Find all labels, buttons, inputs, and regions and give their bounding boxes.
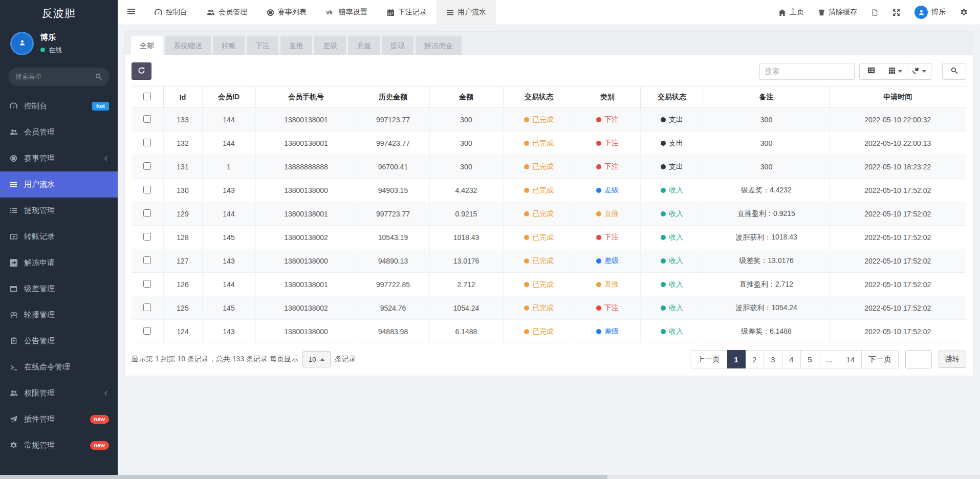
row-checkbox[interactable] — [143, 303, 151, 311]
sidebar-item-general[interactable]: 常规管理 new — [0, 432, 118, 459]
export-button[interactable] — [907, 63, 931, 80]
status-dot-icon — [661, 164, 666, 169]
cell-id: 133 — [163, 108, 202, 132]
status-dot-icon — [596, 141, 601, 146]
sidebar-item-withdraw[interactable]: 提现管理 — [0, 198, 118, 224]
sidebar-item-carousel[interactable]: 轮播管理 — [0, 302, 118, 328]
cell-phone: 13800138001 — [255, 273, 357, 296]
row-checkbox[interactable] — [143, 280, 151, 288]
cell-history-amount: 10543.19 — [357, 226, 429, 249]
dashboard-icon — [155, 9, 162, 16]
search-button[interactable] — [942, 63, 966, 80]
page-button-3[interactable]: 3 — [764, 350, 782, 368]
topnav-odds[interactable]: vk赔率设置 — [316, 0, 377, 25]
filter-tabs: 全部系统赠送转账下注直推差级充值提现解冻佣金 — [125, 32, 973, 55]
topnav-log[interactable] — [864, 0, 885, 25]
topnav-user[interactable]: 博乐 — [907, 0, 953, 25]
tab-unfreeze-commission[interactable]: 解冻佣金 — [416, 36, 462, 55]
menu-toggle-button[interactable] — [118, 0, 145, 25]
row-checkbox[interactable] — [143, 139, 151, 146]
select-all-checkbox[interactable] — [143, 93, 151, 100]
sidebar-item-members[interactable]: 会员管理 — [0, 119, 118, 145]
tab-level[interactable]: 差级 — [314, 36, 346, 55]
page-button-2[interactable]: 2 — [746, 350, 764, 368]
page-button-prev[interactable]: 上一页 — [690, 350, 727, 368]
page-button-4[interactable]: 4 — [782, 350, 801, 368]
page-button-next[interactable]: 下一页 — [862, 350, 899, 368]
topnav-user-flow[interactable]: 用户流水 — [437, 0, 496, 25]
cell-flow-status: 支出 — [640, 132, 704, 155]
sidebar-menu: 控制台 hot 会员管理 赛事管理 用户流水 提现管理 转账记录 解冻申请 级差… — [0, 93, 118, 459]
sidebar-item-plugins[interactable]: 插件管理 new — [0, 406, 118, 432]
cell-time: 2022-05-10 22:00:13 — [829, 132, 966, 155]
sidebar-item-permissions[interactable]: 权限管理 — [0, 380, 118, 406]
topnav-home[interactable]: 主页 — [771, 0, 811, 25]
cell-remark: 级差奖：4.4232 — [704, 179, 829, 202]
tab-withdraw[interactable]: 提现 — [382, 36, 413, 55]
columns-button[interactable] — [883, 63, 907, 80]
table-row: 124 143 13800138000 94883.98 6.1488 已完成 … — [132, 320, 966, 343]
detail-view-button[interactable] — [859, 63, 883, 80]
jump-page-input[interactable] — [905, 350, 932, 368]
cell-history-amount: 94890.13 — [357, 249, 429, 273]
column-header: 备注 — [704, 86, 829, 108]
tab-direct[interactable]: 直推 — [280, 36, 312, 55]
page-button-14[interactable]: 14 — [839, 350, 862, 368]
page-size-select[interactable]: 10 — [302, 351, 331, 367]
topnav-match-list[interactable]: 赛事列表 — [257, 0, 316, 25]
topnav-fullscreen[interactable] — [885, 0, 907, 25]
sidebar-item-announcement[interactable]: 公告管理 — [0, 328, 118, 354]
jump-button[interactable]: 跳转 — [939, 351, 966, 368]
row-checkbox[interactable] — [143, 162, 151, 170]
cell-phone: 13800138001 — [255, 108, 357, 132]
sidebar-search-input[interactable]: 搜索菜单 — [8, 68, 110, 86]
column-header: 交易状态 — [503, 86, 575, 108]
cell-remark: 级差奖：13.0176 — [704, 249, 829, 273]
user-panel: 博乐 在线 — [0, 27, 118, 62]
page-button-1[interactable]: 1 — [727, 350, 746, 368]
page-button-ellipsis[interactable]: ... — [819, 350, 840, 368]
row-checkbox[interactable] — [143, 233, 151, 241]
sidebar-item-dashboard[interactable]: 控制台 hot — [0, 93, 118, 119]
row-checkbox[interactable] — [143, 209, 151, 217]
status-dot-icon — [524, 164, 529, 169]
refresh-button[interactable] — [132, 62, 151, 80]
horizontal-scrollbar[interactable] — [0, 475, 980, 479]
topnav-dashboard[interactable]: 控制台 — [145, 0, 197, 25]
cell-flow-status: 收入 — [640, 202, 704, 226]
topnav-bet-records[interactable]: 下注记录 — [377, 0, 437, 25]
row-checkbox[interactable] — [143, 256, 151, 264]
tab-system-gift[interactable]: 系统赠送 — [165, 36, 211, 55]
tab-transfer[interactable]: 转账 — [213, 36, 245, 55]
money-icon — [9, 233, 18, 241]
sidebar-item-matches[interactable]: 赛事管理 — [0, 145, 118, 171]
person-icon — [19, 39, 26, 48]
cell-history-amount: 997722.85 — [357, 273, 429, 296]
pagination: 显示第 1 到第 10 条记录，总共 133 条记录 每页显示 10 条记录 上… — [132, 350, 966, 371]
topnav-clear-cache[interactable]: 清除缓存 — [811, 0, 864, 25]
row-checkbox[interactable] — [143, 186, 151, 193]
tab-recharge[interactable]: 充值 — [348, 36, 380, 55]
topnav-settings[interactable] — [953, 0, 975, 25]
user-avatar[interactable] — [10, 32, 34, 55]
cell-time: 2022-05-10 17:52:02 — [829, 226, 966, 249]
table-row: 133 144 13800138001 997123.77 300 已完成 下注… — [132, 108, 966, 132]
sidebar-item-online-command[interactable]: 在线命令管理 — [0, 354, 118, 380]
sidebar-item-unfreeze[interactable]: 解冻申请 — [0, 250, 118, 276]
calendar-icon — [387, 9, 395, 16]
sidebar-item-user-flow[interactable]: 用户流水 — [0, 171, 118, 198]
row-checkbox[interactable] — [143, 115, 151, 123]
cell-flow-status: 收入 — [640, 320, 704, 343]
sidebar-item-transfer[interactable]: 转账记录 — [0, 224, 118, 250]
column-header: 会员ID — [202, 86, 255, 108]
search-icon — [95, 73, 102, 80]
sidebar-item-level-diff[interactable]: 级差管理 — [0, 276, 118, 302]
topnav-members[interactable]: 会员管理 — [197, 0, 257, 25]
table-search-input[interactable] — [759, 63, 855, 80]
tab-all[interactable]: 全部 — [131, 36, 163, 55]
caret-down-icon — [922, 70, 926, 73]
row-checkbox[interactable] — [143, 327, 151, 335]
tab-bet[interactable]: 下注 — [247, 36, 278, 55]
status-dot-icon — [524, 235, 529, 240]
page-button-5[interactable]: 5 — [801, 350, 819, 368]
